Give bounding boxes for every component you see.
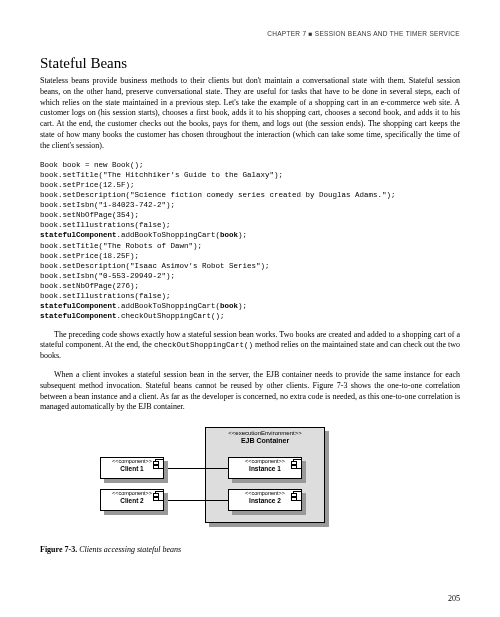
paragraph-2: The preceding code shows exactly how a s… — [40, 330, 460, 362]
code-line: .addBookToShoppingCart( — [117, 302, 221, 310]
paragraph-1: Stateless beans provide business methods… — [40, 76, 460, 152]
figure-7-3: <<executionEnvironment>> EJB Container <… — [40, 427, 460, 537]
client-1-box: <<component>> Client 1 — [100, 457, 164, 479]
shadow — [325, 431, 329, 527]
code-line: book.setIllustrations(false); — [40, 221, 171, 229]
instance-1-box: <<component>> Instance 1 — [228, 457, 302, 479]
code-line-bold: statefulComponent — [40, 231, 117, 239]
stereotype-label: <<executionEnvironment>> — [206, 428, 324, 437]
code-line-bold: statefulComponent — [40, 312, 117, 320]
shadow — [232, 511, 306, 515]
page-number: 205 — [448, 594, 460, 603]
component-icon — [293, 459, 302, 469]
ejb-container-title: EJB Container — [206, 437, 324, 444]
code-line: .checkOutShoppingCart(); — [117, 312, 225, 320]
component-icon — [293, 491, 302, 501]
component-icon — [155, 491, 164, 501]
shadow — [104, 511, 168, 515]
code-line: ); — [238, 231, 247, 239]
figure-caption-text: Clients accessing stateful beans — [77, 545, 181, 554]
code-line: book.setIllustrations(false); — [40, 292, 171, 300]
code-line: book.setDescription("Science fiction com… — [40, 191, 396, 199]
chapter-header: CHAPTER 7 ■ SESSION BEANS AND THE TIMER … — [40, 30, 460, 37]
connector-line — [168, 500, 228, 501]
client-2-box: <<component>> Client 2 — [100, 489, 164, 511]
code-line: book.setTitle("The Robots of Dawn"); — [40, 242, 202, 250]
shadow — [232, 479, 306, 483]
instance-2-box: <<component>> Instance 2 — [228, 489, 302, 511]
figure-caption: Figure 7-3. Clients accessing stateful b… — [40, 545, 460, 554]
code-line: book.setIsbn("1-84023-742-2"); — [40, 201, 175, 209]
code-line: book.setNbOfPage(276); — [40, 282, 139, 290]
code-line: book.setTitle("The Hitchhiker's Guide to… — [40, 171, 283, 179]
code-line: book.setPrice(18.25F); — [40, 252, 139, 260]
figure-label: Figure 7-3. — [40, 545, 77, 554]
section-heading: Stateful Beans — [40, 55, 460, 72]
code-line: book.setIsbn("0-553-29949-2"); — [40, 272, 175, 280]
inline-code: checkOutShoppingCart() — [154, 341, 253, 349]
shadow — [104, 479, 168, 483]
shadow — [209, 523, 329, 527]
code-line: book.setDescription("Isaac Asimov's Robo… — [40, 262, 270, 270]
component-icon — [155, 459, 164, 469]
code-line-bold: statefulComponent — [40, 302, 117, 310]
code-line: book.setPrice(12.5F); — [40, 181, 135, 189]
paragraph-3: When a client invokes a stateful session… — [40, 370, 460, 413]
code-line-bold: book — [220, 302, 238, 310]
code-listing: Book book = new Book(); book.setTitle("T… — [40, 160, 460, 322]
code-line: .addBookToShoppingCart( — [117, 231, 221, 239]
code-line-bold: book — [220, 231, 238, 239]
code-line: book.setNbOfPage(354); — [40, 211, 139, 219]
connector-line — [168, 468, 228, 469]
uml-diagram: <<executionEnvironment>> EJB Container <… — [100, 427, 330, 537]
code-line: ); — [238, 302, 247, 310]
code-line: Book book = new Book(); — [40, 161, 144, 169]
